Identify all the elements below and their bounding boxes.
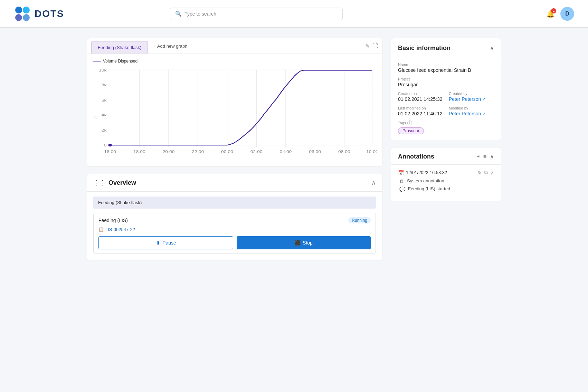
last-modified-label: Last modified on [398, 106, 443, 110]
main-layout: Feeding (Shake flask) + Add new graph ✎ … [52, 28, 536, 271]
overview-card: ⋮⋮ Overview ∧ Feeding (Shake flask) Feed… [87, 174, 382, 260]
pause-button[interactable]: ⏸ Pause [98, 236, 233, 249]
created-by-label: Created by [449, 92, 494, 96]
collapse-annotations-button[interactable]: ∧ [490, 153, 494, 160]
svg-text:10k: 10k [99, 68, 107, 72]
copy-annotation-button[interactable]: ⧉ [484, 170, 488, 175]
name-field: Name Glucose feed exponential Strain B [398, 63, 494, 73]
last-modified-value: 01.02.2022 11:46:12 [398, 111, 443, 116]
annotation-text-item: 💬 Feeding (LIS) started [398, 186, 494, 192]
svg-text:00:00: 00:00 [221, 149, 233, 154]
pause-icon: ⏸ [155, 240, 160, 246]
name-value: Glucose feed exponential Strain B [398, 67, 494, 73]
feeding-lis-card: Feeding (LIS) Running 📋 LIS-002547-22 ⏸ … [93, 213, 376, 254]
notifications-badge: 2 [551, 8, 556, 13]
feeding-lis-title: Feeding (LIS) [98, 218, 128, 223]
search-bar[interactable]: 🔍 [170, 8, 343, 20]
avatar[interactable]: D [560, 7, 574, 21]
tags-field: Tags i Prosugar [398, 121, 494, 134]
calendar-icon: 📅 [398, 170, 404, 175]
annotation-entry: 📅 12/01/2022 16:53:32 ✎ ⧉ ∧ 🖥 System ann… [398, 170, 494, 192]
basic-info-header: Basic information ∧ [391, 38, 501, 57]
logo-text: DOTS [35, 8, 64, 19]
modified-row: Last modified on 01.02.2022 11:46:12 Mod… [398, 106, 494, 121]
legend-label: Volume Dispensed [103, 59, 137, 64]
modified-by-field: Modified by Peter Peterson ↗ [449, 106, 494, 121]
overview-body: Feeding (Shake flask) Feeding (LIS) Runn… [87, 192, 382, 260]
svg-point-1 [23, 7, 30, 13]
expand-annotation-button[interactable]: ∧ [491, 170, 494, 175]
annotation-text: Feeding (LIS) started [408, 186, 450, 191]
app-header: DOTS 🔍 🔔 2 D [0, 0, 588, 28]
logo-area: DOTS [14, 5, 64, 22]
stop-icon: ⬛ [295, 240, 301, 246]
svg-text:22:00: 22:00 [192, 149, 204, 154]
chart-svg: 10k 8k 6k 4k 2k 0 μL 16:00 [93, 66, 377, 163]
lis-link[interactable]: 📋 LIS-002547-22 [98, 227, 371, 232]
name-label: Name [398, 63, 494, 67]
modified-by-link[interactable]: Peter Peterson ↗ [449, 111, 494, 116]
legend-line [93, 61, 101, 61]
filter-annotation-button[interactable]: ≡ [483, 154, 486, 160]
created-row: Created on 01.02.2021 14:25:32 Created b… [398, 92, 494, 106]
feeding-shake-flask-label: Feeding (Shake flask) [98, 200, 142, 205]
svg-text:10:00: 10:00 [366, 149, 377, 154]
stop-label: Stop [303, 240, 313, 246]
svg-text:μL: μL [93, 114, 97, 118]
project-value: Prosugar [398, 82, 494, 87]
overview-icon: ⋮⋮ [93, 179, 106, 187]
left-column: Feeding (Shake flask) + Add new graph ✎ … [87, 38, 382, 260]
svg-point-2 [15, 14, 22, 21]
stop-button[interactable]: ⬛ Stop [237, 236, 371, 249]
tags-label: Tags i [398, 121, 494, 125]
overview-title-row: ⋮⋮ Overview [93, 179, 136, 187]
svg-text:06:00: 06:00 [309, 149, 321, 154]
annotations-header: Annotations + ≡ ∧ [391, 147, 501, 165]
lis-link-text: LIS-002547-22 [105, 227, 135, 232]
annotation-type-text: System annotation [407, 178, 444, 183]
running-badge: Running [348, 217, 371, 223]
created-by-field: Created by Peter Peterson ↗ [449, 92, 494, 106]
tags-info-icon: i [407, 121, 412, 125]
basic-info-title: Basic information [398, 45, 451, 52]
basic-info-collapse-button[interactable]: ∧ [490, 45, 494, 51]
created-on-value: 01.02.2021 14:25:32 [398, 96, 443, 102]
svg-text:16:00: 16:00 [104, 149, 116, 154]
expand-graph-button[interactable]: ⛶ [372, 43, 378, 49]
modified-by-label: Modified by [449, 106, 494, 110]
svg-text:02:00: 02:00 [250, 149, 263, 154]
notifications-button[interactable]: 🔔 2 [546, 10, 555, 18]
annotation-date-row: 📅 12/01/2022 16:53:32 ✎ ⧉ ∧ [398, 170, 494, 175]
graph-tabs: Feeding (Shake flask) + Add new graph ✎ … [87, 38, 382, 54]
last-modified-field: Last modified on 01.02.2022 11:46:12 [398, 106, 443, 121]
annotations-body: 📅 12/01/2022 16:53:32 ✎ ⧉ ∧ 🖥 System ann… [391, 165, 501, 201]
annotation-actions: ✎ ⧉ ∧ [477, 170, 494, 175]
add-annotation-button[interactable]: + [476, 154, 480, 160]
right-column: Basic information ∧ Name Glucose feed ex… [391, 38, 501, 260]
created-by-value: Peter Peterson [449, 96, 481, 102]
annotations-card: Annotations + ≡ ∧ 📅 12/01/2022 16:53:32 [391, 147, 501, 201]
tab-feeding-shake-flask[interactable]: Feeding (Shake flask) [91, 41, 148, 54]
svg-text:6k: 6k [102, 98, 107, 102]
created-by-link[interactable]: Peter Peterson ↗ [449, 96, 494, 102]
search-input[interactable] [184, 11, 338, 17]
svg-point-26 [108, 144, 112, 146]
external-link-icon: ↗ [482, 97, 485, 102]
created-on-label: Created on [398, 92, 443, 96]
modified-by-external-icon: ↗ [482, 112, 485, 116]
edit-graph-button[interactable]: ✎ [365, 43, 370, 49]
annotation-system-item: 🖥 System annotation [398, 178, 494, 184]
chart-container: 10k 8k 6k 4k 2k 0 μL 16:00 [93, 66, 377, 163]
graph-card: Feeding (Shake flask) + Add new graph ✎ … [87, 38, 382, 167]
svg-text:08:00: 08:00 [338, 149, 350, 154]
svg-text:8k: 8k [102, 83, 107, 87]
feeding-shake-flask-row: Feeding (Shake flask) [93, 197, 376, 209]
feeding-lis-header: Feeding (LIS) Running [98, 217, 371, 223]
svg-text:4k: 4k [102, 113, 107, 117]
add-graph-button[interactable]: + Add new graph [148, 40, 193, 52]
graph-body: Volume Dispensed [87, 54, 382, 166]
overview-collapse-button[interactable]: ∧ [371, 179, 376, 187]
overview-header: ⋮⋮ Overview ∧ [87, 174, 382, 192]
edit-annotation-button[interactable]: ✎ [477, 170, 482, 175]
overview-title: Overview [108, 179, 136, 187]
